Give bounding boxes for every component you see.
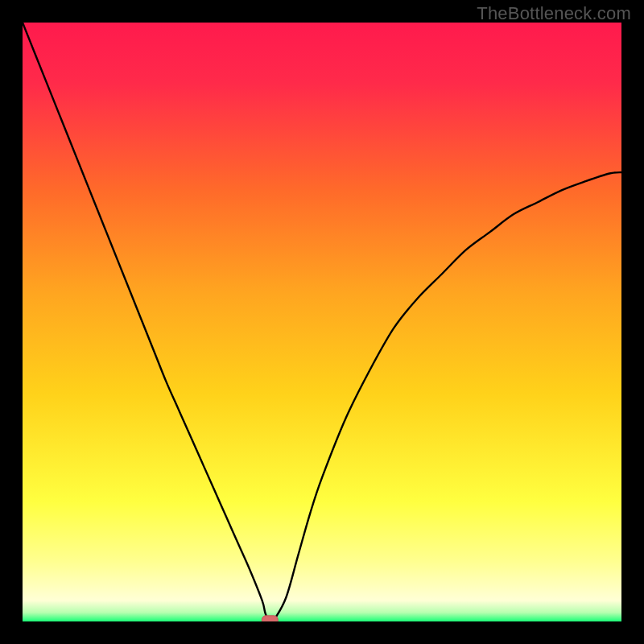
chart-frame: TheBottleneck.com bbox=[0, 0, 644, 644]
chart-svg bbox=[23, 23, 621, 621]
plot-area bbox=[23, 23, 621, 621]
watermark-text: TheBottleneck.com bbox=[477, 3, 631, 24]
gradient-background bbox=[23, 23, 621, 621]
optimal-marker bbox=[262, 616, 278, 621]
